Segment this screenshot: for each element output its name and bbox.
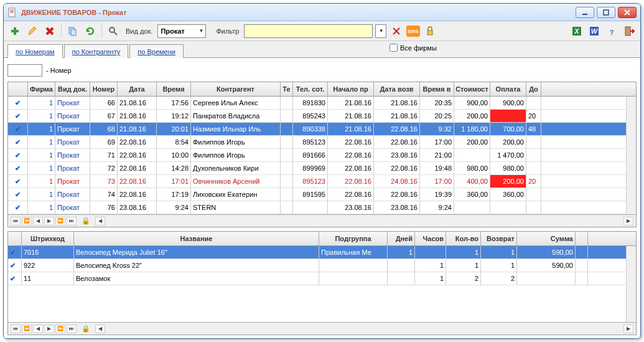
nav-hscroll-right[interactable]: ▶	[623, 217, 633, 226]
edit-button[interactable]	[25, 24, 40, 39]
detail-scrollbar-vertical[interactable]	[626, 246, 636, 322]
filter-clear-button[interactable]	[389, 24, 404, 39]
col-retdate[interactable]: Дата возв	[374, 82, 420, 96]
app-icon	[7, 7, 17, 17]
detail-nav-last[interactable]: ⏭	[67, 325, 77, 333]
table-row[interactable]: ✔ 1Прокат 7623.08.16 9:24STERN 23.08.162…	[8, 201, 626, 214]
col-agent[interactable]: Контрагент	[191, 82, 281, 96]
table-row[interactable]: ✔ 1Прокат 7222.08.16 14:28Духопельников …	[8, 162, 626, 175]
detail-nav-hscroll-left[interactable]: ◀	[95, 325, 105, 333]
nav-prev[interactable]: ◀	[33, 217, 43, 226]
doctype-label: Вид док.	[123, 27, 155, 35]
tab-by-number[interactable]: по Номерам	[7, 44, 63, 58]
detail-nav-lock-icon: 🔒	[82, 325, 90, 333]
col-time[interactable]: Время	[157, 82, 191, 96]
col-number[interactable]: Номер	[90, 82, 118, 96]
col-start[interactable]: Начало пр	[328, 82, 374, 96]
detail-body[interactable]: ✔ 7016Велосипед Мерида Juliet 16" Правил…	[8, 246, 626, 322]
nav-prevpage[interactable]: ⏪	[22, 217, 32, 226]
svg-point-14	[110, 27, 114, 32]
tab-by-counterparty[interactable]: по Контрагенту	[64, 44, 129, 58]
col-pay[interactable]: Оплата	[490, 82, 526, 96]
table-row[interactable]: ✔ 1Прокат 6821.08.16 20:01Назмиев Ильнар…	[8, 123, 626, 136]
svg-rect-24	[625, 27, 630, 36]
number-input[interactable]	[7, 64, 42, 77]
col-firm[interactable]: Фирма	[28, 82, 55, 96]
table-row[interactable]: ✔ 1Прокат 7322.08.16 17:01Овчинников Арс…	[8, 175, 626, 188]
nav-hscroll-left[interactable]: ◀	[95, 217, 105, 226]
col-subgroup[interactable]: Подгруппа	[319, 232, 388, 245]
filter-dropdown[interactable]	[375, 24, 386, 38]
search-button[interactable]	[106, 24, 121, 39]
scrollbar-vertical[interactable]	[626, 97, 636, 214]
grid-body[interactable]: ✔ 1Прокат 6621.08.16 17:56Сергеев Илья А…	[8, 97, 626, 214]
col-barcode[interactable]: Штрихкод	[22, 232, 74, 245]
col-qty[interactable]: Кол-во	[446, 232, 481, 245]
detail-nav-prevpage[interactable]: ⏪	[22, 325, 32, 333]
svg-rect-18	[427, 31, 432, 35]
grid-navigator: ⏮ ⏪ ◀ ▶ ⏩ ⏭ 🔒 ◀ ▶	[8, 214, 636, 227]
lock-button[interactable]	[422, 24, 437, 39]
col-telcot[interactable]: Тел. сот.	[293, 82, 328, 96]
col-tel[interactable]: Те	[281, 82, 293, 96]
minimize-button[interactable]	[576, 7, 594, 18]
table-row[interactable]: ✔ 1Прокат 7122.08.16 10:00Филиппов Игорь…	[8, 149, 626, 162]
exit-button[interactable]	[622, 24, 637, 39]
doctype-select[interactable]: Прокат	[157, 24, 206, 38]
table-row[interactable]: ✔ 1Прокат 6621.08.16 17:56Сергеев Илья А…	[8, 97, 626, 110]
svg-line-15	[114, 32, 117, 35]
tabs: по Номерам по Контрагенту по Времени	[7, 44, 185, 57]
col-rettime[interactable]: Время в	[420, 82, 454, 96]
detail-navigator: ⏮ ⏪ ◀ ▶ ⏩ ⏭ 🔒 ◀ ▶	[8, 322, 636, 335]
copy-button[interactable]	[65, 24, 80, 39]
col-return[interactable]: Возврат	[481, 232, 517, 245]
nav-nextpage[interactable]: ⏩	[55, 217, 65, 226]
word-button[interactable]: W	[587, 24, 602, 39]
maximize-button[interactable]	[597, 7, 615, 18]
toolbar: Вид док. Прокат Фильтр sms X W ?	[4, 21, 640, 41]
col-cost[interactable]: Стоимост	[454, 82, 490, 96]
col-ext[interactable]: До	[526, 82, 541, 96]
col-sum[interactable]: Сумма	[517, 232, 576, 245]
col-name[interactable]: Название	[74, 232, 319, 245]
nav-lock-icon: 🔒	[82, 217, 90, 225]
delete-button[interactable]	[42, 24, 57, 39]
window-title: ДВИЖЕНИЕ ТОВАРОВ - Прокат	[21, 9, 576, 16]
svg-text:W: W	[591, 27, 599, 35]
col-hours[interactable]: Часов	[415, 232, 446, 245]
detail-row[interactable]: ✔ 7016Велосипед Мерида Juliet 16" Правил…	[8, 246, 626, 259]
detail-row[interactable]: ✔ 11Велозамок 12 2	[8, 272, 626, 285]
all-firms-checkbox[interactable]: Все фирмы	[390, 44, 437, 52]
filter-input[interactable]	[244, 24, 372, 38]
svg-text:X: X	[574, 27, 579, 35]
detail-grid: Штрихкод Название Подгруппа Дней Часов К…	[7, 231, 637, 335]
excel-button[interactable]: X	[569, 24, 584, 39]
col-doctype[interactable]: Вид док.	[55, 82, 90, 96]
svg-rect-13	[71, 29, 76, 36]
detail-nav-next[interactable]: ▶	[44, 325, 54, 333]
col-days[interactable]: Дней	[388, 232, 415, 245]
add-button[interactable]	[7, 24, 22, 39]
detail-row[interactable]: ✔ 922Велосипед Kross 22" 11 1590,00	[8, 259, 626, 272]
filter-label: Фильтр	[213, 27, 241, 35]
nav-next[interactable]: ▶	[44, 217, 54, 226]
help-button[interactable]: ?	[604, 24, 619, 39]
detail-nav-hscroll-right[interactable]: ▶	[623, 325, 633, 333]
table-row[interactable]: ✔ 1Прокат 6922.08.16 8:54Филиппов Игорь …	[8, 136, 626, 149]
detail-nav-nextpage[interactable]: ⏩	[55, 325, 65, 333]
table-row[interactable]: ✔ 1Прокат 7422.08.16 17:19Лиховских Екат…	[8, 188, 626, 201]
nav-last[interactable]: ⏭	[67, 217, 77, 226]
table-row[interactable]: ✔ 1Прокат 6721.08.16 19:12Панкратов Влад…	[8, 110, 626, 123]
detail-nav-prev[interactable]: ◀	[33, 325, 43, 333]
sms-button[interactable]: sms	[406, 26, 420, 37]
refresh-button[interactable]	[83, 24, 98, 39]
col-date[interactable]: Дата	[118, 82, 157, 96]
svg-text:?: ?	[610, 29, 614, 36]
number-label: - Номер	[46, 67, 72, 74]
close-button[interactable]	[618, 7, 637, 18]
nav-first[interactable]: ⏮	[11, 217, 21, 226]
detail-nav-first[interactable]: ⏮	[11, 325, 21, 333]
titlebar: ДВИЖЕНИЕ ТОВАРОВ - Прокат	[4, 4, 640, 21]
main-grid: Фирма Вид док. Номер Дата Время Контраге…	[7, 82, 637, 227]
tab-by-time[interactable]: по Времени	[129, 44, 184, 58]
